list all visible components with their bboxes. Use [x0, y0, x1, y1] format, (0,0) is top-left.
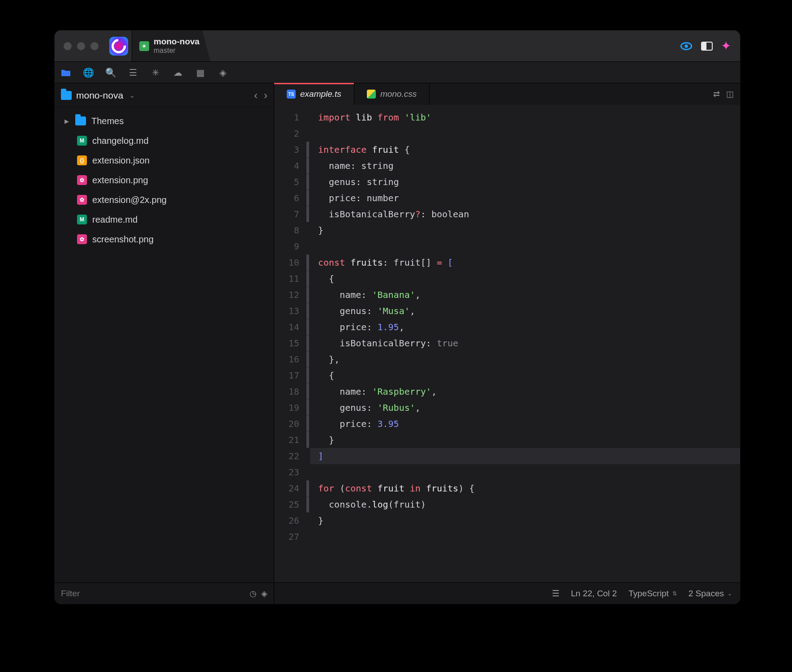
cloud-icon[interactable]: ☁ — [172, 67, 184, 78]
files-icon[interactable] — [60, 67, 72, 78]
minimize-icon[interactable] — [77, 42, 85, 50]
tab-mono-css[interactable]: mono.css — [354, 83, 430, 105]
code-line[interactable]: isBotanicalBerry: true — [318, 335, 732, 351]
cursor-position[interactable]: Ln 22, Col 2 — [571, 589, 617, 599]
tree-item-changelog-md[interactable]: Mchangelog.md — [55, 131, 274, 151]
grid-icon[interactable]: ▦ — [194, 67, 206, 78]
fold-marker[interactable] — [306, 400, 309, 416]
code-line[interactable] — [318, 529, 732, 545]
fold-marker[interactable] — [306, 287, 309, 303]
code-line[interactable]: price: number — [318, 190, 732, 206]
language-selector[interactable]: TypeScript⇅ — [628, 589, 677, 599]
tree-item-themes[interactable]: ▶Themes — [55, 111, 274, 131]
code-line[interactable] — [318, 125, 732, 142]
code-line[interactable]: genus: 'Rubus', — [318, 400, 732, 416]
line-number[interactable]: 6 — [274, 190, 299, 206]
search-icon[interactable]: 🔍 — [105, 67, 116, 78]
indent-icon[interactable]: ☰ — [127, 67, 139, 78]
fold-marker[interactable] — [306, 158, 309, 174]
code-line[interactable]: isBotanicalBerry?: boolean — [318, 206, 732, 222]
fold-marker[interactable] — [306, 480, 309, 496]
tree-item-extension-2x-png[interactable]: ✿extension@2x.png — [55, 190, 274, 210]
indent-selector[interactable]: 2 Spaces⌄ — [689, 589, 732, 599]
fold-marker[interactable] — [306, 254, 309, 271]
globe-icon[interactable]: 🌐 — [82, 67, 94, 78]
line-number[interactable]: 20 — [274, 416, 299, 432]
code-line[interactable]: price: 1.95, — [318, 319, 732, 335]
code-line[interactable]: ] — [310, 448, 740, 464]
code-area[interactable]: 1234567891011121314151617181920212223242… — [274, 105, 740, 582]
fold-marker[interactable] — [306, 303, 309, 319]
sparkle-icon[interactable]: ✦ — [721, 39, 731, 53]
tab-example-ts[interactable]: TSexample.ts — [274, 83, 354, 105]
code-line[interactable]: } — [318, 222, 732, 238]
code-line[interactable]: for (const fruit in fruits) { — [318, 480, 732, 496]
code-line[interactable]: genus: 'Musa', — [318, 303, 732, 319]
project-tab[interactable]: ✴ mono-nova master — [132, 30, 210, 61]
line-number[interactable]: 24 — [274, 480, 299, 496]
code-line[interactable]: { — [318, 271, 732, 287]
fold-marker[interactable] — [306, 416, 309, 432]
line-number[interactable]: 9 — [274, 238, 299, 254]
fold-marker[interactable] — [306, 351, 309, 367]
sidebar-header[interactable]: mono-nova ⌄ ‹ › — [55, 83, 274, 108]
fold-marker[interactable] — [306, 367, 309, 383]
tree-item-extension-json[interactable]: {}extension.json — [55, 151, 274, 170]
line-number[interactable]: 17 — [274, 367, 299, 383]
code-line[interactable]: console.log(fruit) — [318, 496, 732, 513]
close-icon[interactable] — [64, 42, 72, 50]
line-number[interactable]: 16 — [274, 351, 299, 367]
tree-item-screenshot-png[interactable]: ✿screenshot.png — [55, 229, 274, 249]
line-number[interactable]: 18 — [274, 383, 299, 400]
asterisk-icon[interactable]: ✳ — [150, 67, 161, 78]
code-line[interactable]: import lib from 'lib' — [318, 109, 732, 125]
panel-toggle-icon[interactable] — [701, 42, 713, 51]
code-line[interactable]: genus: string — [318, 174, 732, 190]
line-number[interactable]: 2 — [274, 125, 299, 142]
line-number[interactable]: 12 — [274, 287, 299, 303]
code-line[interactable]: }, — [318, 351, 732, 367]
line-number[interactable]: 3 — [274, 142, 299, 158]
code-line[interactable]: } — [318, 513, 732, 529]
code-content[interactable]: import lib from 'lib' interface fruit { … — [310, 105, 740, 582]
line-number[interactable]: 22 — [274, 448, 299, 464]
code-line[interactable]: } — [318, 432, 732, 448]
outline-icon[interactable]: ☰ — [552, 588, 560, 599]
code-line[interactable]: const fruits: fruit[] = [ — [318, 254, 732, 271]
fold-marker[interactable] — [306, 142, 309, 158]
zoom-icon[interactable] — [90, 42, 99, 50]
filter-input[interactable] — [61, 589, 250, 599]
line-number[interactable]: 13 — [274, 303, 299, 319]
line-number[interactable]: 27 — [274, 529, 299, 545]
transfer-icon[interactable]: ⇄ — [713, 89, 720, 99]
chevron-right-icon[interactable]: ▶ — [65, 118, 70, 125]
line-number[interactable]: 23 — [274, 464, 299, 480]
fold-marker[interactable] — [306, 335, 309, 351]
fold-marker[interactable] — [306, 432, 309, 448]
code-line[interactable]: price: 3.95 — [318, 416, 732, 432]
line-number[interactable]: 19 — [274, 400, 299, 416]
line-number[interactable]: 26 — [274, 513, 299, 529]
fold-marker[interactable] — [306, 319, 309, 335]
line-number[interactable]: 15 — [274, 335, 299, 351]
tree-item-readme-md[interactable]: Mreadme.md — [55, 210, 274, 229]
line-number[interactable]: 14 — [274, 319, 299, 335]
line-number[interactable]: 21 — [274, 432, 299, 448]
code-line[interactable]: name: 'Banana', — [318, 287, 732, 303]
code-line[interactable]: name: 'Raspberry', — [318, 383, 732, 400]
line-number[interactable]: 4 — [274, 158, 299, 174]
line-number[interactable]: 11 — [274, 271, 299, 287]
nav-forward-icon[interactable]: › — [264, 89, 267, 102]
line-number[interactable]: 1 — [274, 109, 299, 125]
code-line[interactable] — [318, 464, 732, 480]
fold-marker[interactable] — [306, 496, 309, 513]
clock-icon[interactable]: ◷ — [250, 589, 257, 599]
split-icon[interactable]: ◫ — [726, 89, 734, 99]
preview-icon[interactable] — [680, 39, 693, 53]
diamond-icon[interactable]: ◈ — [217, 67, 228, 78]
fold-marker[interactable] — [306, 383, 309, 400]
code-line[interactable]: name: string — [318, 158, 732, 174]
line-number[interactable]: 7 — [274, 206, 299, 222]
line-number[interactable]: 10 — [274, 254, 299, 271]
line-number[interactable]: 8 — [274, 222, 299, 238]
